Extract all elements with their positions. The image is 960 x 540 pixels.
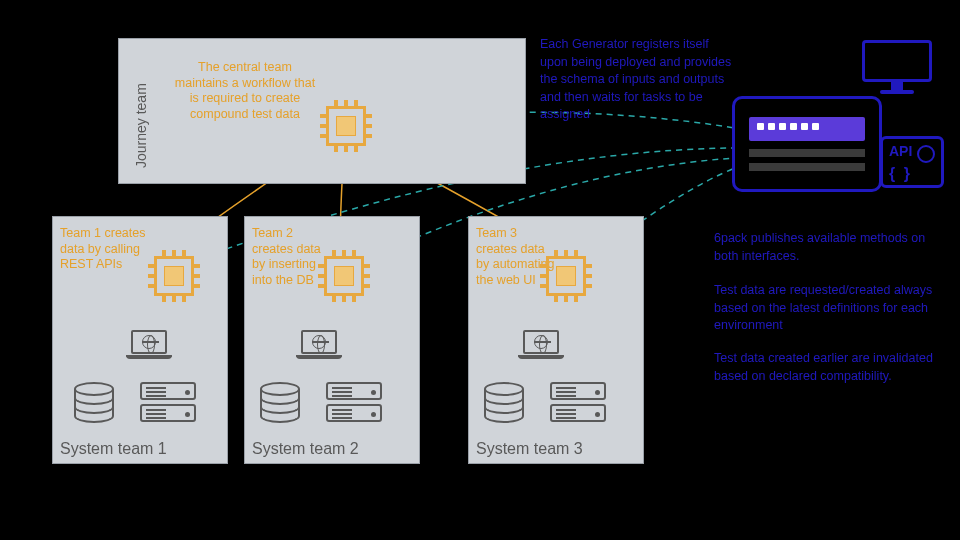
system-team-2-title: System team 2 <box>252 440 359 458</box>
journey-note: The central team maintains a workflow th… <box>170 60 320 123</box>
journey-team-label: Journey team <box>133 83 149 168</box>
chip-icon <box>540 250 592 302</box>
database-icon <box>484 382 524 423</box>
chip-icon <box>320 100 372 152</box>
laptop-icon <box>518 330 564 359</box>
database-icon <box>260 382 300 423</box>
generator-note: Each Generator registers itself upon bei… <box>540 36 740 124</box>
laptop-icon <box>296 330 342 359</box>
tablet-icon <box>732 96 882 192</box>
chip-icon <box>148 250 200 302</box>
right-note-2: Test data are requested/created always b… <box>714 282 934 335</box>
system-team-3-title: System team 3 <box>476 440 583 458</box>
server-icon <box>140 382 196 426</box>
laptop-icon <box>126 330 172 359</box>
api-icon: API{ } <box>880 136 944 188</box>
right-note-1: 6pack publishes available methods on bot… <box>714 230 934 265</box>
team-1-note: Team 1 creates data by calling REST APIs <box>60 226 152 273</box>
server-icon <box>550 382 606 426</box>
chip-icon <box>318 250 370 302</box>
system-team-1-title: System team 1 <box>60 440 167 458</box>
right-note-3: Test data created earlier are invalidate… <box>714 350 934 385</box>
database-icon <box>74 382 114 423</box>
server-icon <box>326 382 382 426</box>
monitor-icon <box>862 40 932 94</box>
